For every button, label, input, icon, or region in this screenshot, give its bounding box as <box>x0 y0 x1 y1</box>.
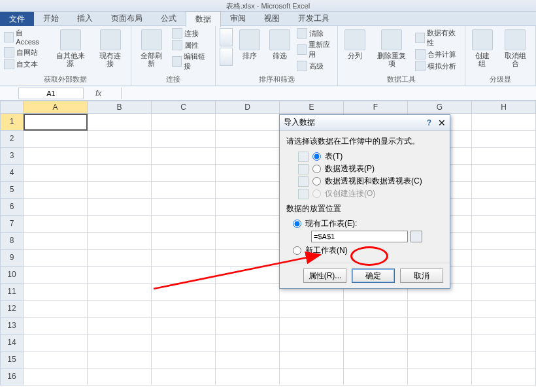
cell-A6[interactable] <box>24 199 88 216</box>
cell-ref-input[interactable] <box>311 231 408 242</box>
cell-H8[interactable] <box>472 233 536 250</box>
cell-B14[interactable] <box>88 335 152 351</box>
row-header-13[interactable]: 13 <box>0 318 24 335</box>
cell-H9[interactable] <box>472 250 536 267</box>
cell-A10[interactable] <box>24 267 88 284</box>
cell-D9[interactable] <box>216 250 280 267</box>
tab-layout[interactable]: 页面布局 <box>102 11 152 26</box>
sort-za-icon[interactable] <box>220 48 233 66</box>
properties-button[interactable]: 属性 <box>172 40 211 50</box>
cell-D8[interactable] <box>216 233 280 250</box>
cell-A7[interactable] <box>24 216 88 233</box>
cell-C10[interactable] <box>152 267 216 284</box>
radio-table[interactable] <box>312 152 321 161</box>
from-text-button[interactable]: 自文本 <box>4 59 46 69</box>
cell-B8[interactable] <box>88 233 152 250</box>
row-header-7[interactable]: 7 <box>0 216 24 233</box>
cell-D12[interactable] <box>216 301 280 318</box>
cell-G15[interactable] <box>408 351 472 368</box>
cell-H1[interactable] <box>472 114 536 131</box>
cell-H15[interactable] <box>472 351 536 368</box>
cell-F13[interactable] <box>344 318 408 335</box>
cell-B3[interactable] <box>88 148 152 165</box>
consolidate-button[interactable]: 合并计算 <box>415 49 461 59</box>
fx-icon[interactable]: fx <box>95 89 101 98</box>
cell-F15[interactable] <box>344 351 408 368</box>
col-header-A[interactable]: A <box>24 101 88 114</box>
cell-C8[interactable] <box>152 233 216 250</box>
cell-H12[interactable] <box>472 301 536 318</box>
col-header-H[interactable]: H <box>472 101 536 114</box>
remove-dup-button[interactable]: 删除重复项 <box>372 28 411 69</box>
sort-az-icon[interactable] <box>220 28 233 46</box>
cell-D13[interactable] <box>216 318 280 335</box>
cell-F14[interactable] <box>344 335 408 351</box>
radio-new-sheet[interactable] <box>293 246 301 255</box>
row-header-16[interactable]: 16 <box>0 368 24 385</box>
cell-C1[interactable] <box>152 114 216 131</box>
radio-existing-sheet[interactable] <box>293 220 301 228</box>
row-header-3[interactable]: 3 <box>0 148 24 165</box>
cell-B1[interactable] <box>88 114 152 131</box>
cell-D2[interactable] <box>216 131 280 148</box>
cell-E15[interactable] <box>280 351 344 368</box>
cell-E16[interactable] <box>280 368 344 385</box>
cell-A11[interactable] <box>24 284 88 301</box>
cell-B2[interactable] <box>88 131 152 148</box>
cell-A3[interactable] <box>24 148 88 165</box>
tab-insert[interactable]: 插入 <box>68 11 102 26</box>
cell-A13[interactable] <box>24 318 88 335</box>
cell-B4[interactable] <box>88 165 152 182</box>
cell-H16[interactable] <box>472 368 536 385</box>
cell-D14[interactable] <box>216 335 280 351</box>
row-header-9[interactable]: 9 <box>0 250 24 267</box>
tab-formulas[interactable]: 公式 <box>152 11 186 26</box>
tab-home[interactable]: 开始 <box>34 11 68 26</box>
cell-C9[interactable] <box>152 250 216 267</box>
cell-A8[interactable] <box>24 233 88 250</box>
cell-A5[interactable] <box>24 182 88 199</box>
col-header-F[interactable]: F <box>344 101 408 114</box>
cell-A2[interactable] <box>24 131 88 148</box>
cell-B9[interactable] <box>88 250 152 267</box>
cell-H7[interactable] <box>472 216 536 233</box>
advanced-filter-button[interactable]: 高级 <box>297 61 333 71</box>
row-header-12[interactable]: 12 <box>0 301 24 318</box>
cell-D4[interactable] <box>216 165 280 182</box>
row-header-4[interactable]: 4 <box>0 165 24 182</box>
cell-H4[interactable] <box>472 165 536 182</box>
refresh-all-button[interactable]: 全部刷新 <box>135 28 168 69</box>
tab-data[interactable]: 数据 <box>186 11 221 27</box>
tab-view[interactable]: 视图 <box>255 11 289 26</box>
cell-C16[interactable] <box>152 368 216 385</box>
cell-B16[interactable] <box>88 368 152 385</box>
col-header-E[interactable]: E <box>280 101 344 114</box>
cell-H3[interactable] <box>472 148 536 165</box>
cell-D15[interactable] <box>216 351 280 368</box>
cell-A4[interactable] <box>24 165 88 182</box>
text-to-columns-button[interactable]: 分列 <box>342 28 368 61</box>
row-header-8[interactable]: 8 <box>0 233 24 250</box>
cell-H5[interactable] <box>472 182 536 199</box>
cell-B13[interactable] <box>88 318 152 335</box>
row-header-2[interactable]: 2 <box>0 131 24 148</box>
edit-links-button[interactable]: 编辑链接 <box>172 52 211 71</box>
cell-C11[interactable] <box>152 284 216 301</box>
cell-H10[interactable] <box>472 267 536 284</box>
group-button[interactable]: 创建组 <box>469 28 495 69</box>
cell-B12[interactable] <box>88 301 152 318</box>
from-web-button[interactable]: 自网站 <box>4 47 46 57</box>
clear-filter-button[interactable]: 清除 <box>297 28 333 39</box>
cell-C3[interactable] <box>152 148 216 165</box>
whatif-button[interactable]: 模拟分析 <box>415 61 461 71</box>
cancel-button[interactable]: 取消 <box>400 269 443 283</box>
name-box[interactable]: A1 <box>18 88 84 99</box>
row-header-1[interactable]: 1 <box>0 114 24 131</box>
existing-conn-button[interactable]: 现有连接 <box>94 28 127 69</box>
cell-C13[interactable] <box>152 318 216 335</box>
cell-H14[interactable] <box>472 335 536 351</box>
cell-D5[interactable] <box>216 182 280 199</box>
cell-D1[interactable] <box>216 114 280 131</box>
cell-H11[interactable] <box>472 284 536 301</box>
close-icon[interactable]: ✕ <box>438 118 446 128</box>
